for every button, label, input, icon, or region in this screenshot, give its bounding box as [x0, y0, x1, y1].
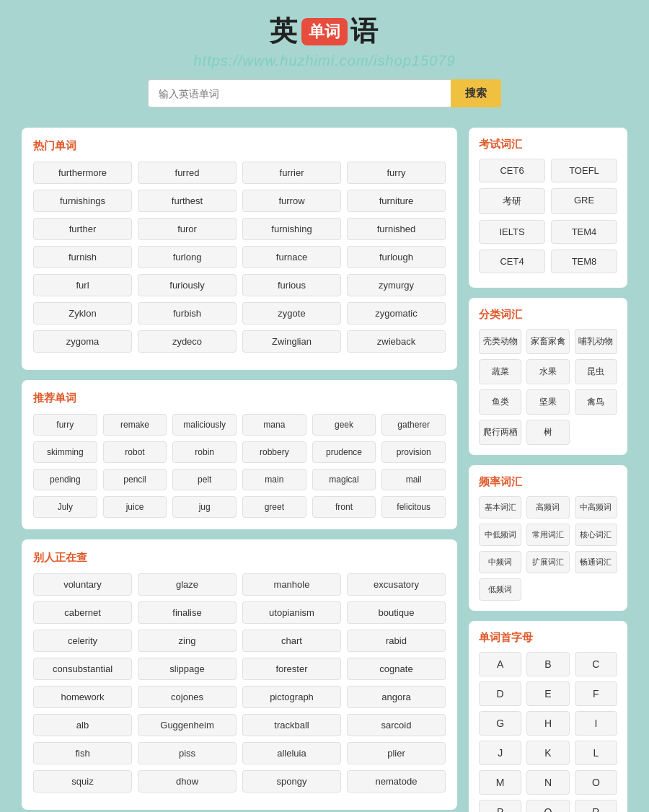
- alphabet-letter[interactable]: Q: [526, 800, 569, 812]
- hot-word-item[interactable]: furlong: [138, 246, 237, 268]
- rec-word-item[interactable]: maliciously: [172, 414, 237, 436]
- freq-vocab-item[interactable]: 高频词: [526, 496, 569, 518]
- hot-word-item[interactable]: zymurgy: [347, 274, 446, 296]
- others-word-item[interactable]: manhole: [242, 573, 341, 596]
- hot-word-item[interactable]: furnishing: [242, 218, 341, 240]
- others-word-item[interactable]: sarcoid: [347, 714, 446, 736]
- hot-word-item[interactable]: furl: [33, 274, 132, 296]
- rec-word-item[interactable]: prudence: [312, 441, 376, 463]
- hot-word-item[interactable]: furnished: [347, 218, 446, 240]
- category-vocab-item[interactable]: 水果: [526, 359, 569, 384]
- rec-word-item[interactable]: robbery: [242, 441, 306, 463]
- rec-word-item[interactable]: front: [312, 496, 376, 518]
- others-word-item[interactable]: consubstantial: [33, 658, 132, 680]
- others-word-item[interactable]: zing: [138, 630, 237, 652]
- alphabet-letter[interactable]: C: [575, 652, 617, 676]
- rec-word-item[interactable]: mail: [381, 469, 446, 490]
- alphabet-letter[interactable]: J: [479, 741, 521, 765]
- others-word-item[interactable]: squiz: [33, 770, 132, 793]
- freq-vocab-item[interactable]: 中低频词: [479, 524, 521, 546]
- rec-word-item[interactable]: greet: [242, 496, 306, 518]
- exam-vocab-item[interactable]: TOEFL: [551, 159, 617, 182]
- hot-word-item[interactable]: Zyklon: [33, 302, 132, 325]
- others-word-item[interactable]: boutique: [347, 601, 446, 624]
- hot-word-item[interactable]: furred: [138, 162, 237, 184]
- rec-word-item[interactable]: pencil: [103, 469, 167, 490]
- category-vocab-item[interactable]: 鱼类: [479, 389, 521, 415]
- alphabet-letter[interactable]: A: [479, 652, 521, 676]
- others-word-item[interactable]: celerity: [33, 630, 132, 652]
- hot-word-item[interactable]: furor: [138, 218, 237, 240]
- alphabet-letter[interactable]: H: [526, 711, 569, 736]
- hot-word-item[interactable]: furthermore: [33, 162, 132, 184]
- category-vocab-item[interactable]: 哺乳动物: [575, 329, 617, 354]
- category-vocab-item[interactable]: 坚果: [526, 389, 569, 415]
- hot-word-item[interactable]: furniture: [347, 190, 446, 212]
- others-word-item[interactable]: cognate: [347, 658, 446, 680]
- others-word-item[interactable]: plier: [347, 742, 446, 764]
- search-input[interactable]: [148, 79, 451, 107]
- hot-word-item[interactable]: furthest: [138, 190, 237, 212]
- freq-vocab-item[interactable]: 基本词汇: [479, 496, 521, 518]
- others-word-item[interactable]: chart: [242, 630, 341, 652]
- rec-word-item[interactable]: skimming: [33, 441, 97, 463]
- freq-vocab-item[interactable]: 畅通词汇: [575, 551, 617, 573]
- alphabet-letter[interactable]: N: [526, 770, 569, 795]
- rec-word-item[interactable]: pending: [33, 469, 97, 490]
- category-vocab-item[interactable]: 爬行两栖: [479, 420, 521, 445]
- hot-word-item[interactable]: furnace: [242, 246, 341, 268]
- rec-word-item[interactable]: furry: [33, 414, 97, 436]
- hot-word-item[interactable]: furbish: [138, 302, 237, 325]
- hot-word-item[interactable]: zwieback: [347, 330, 446, 353]
- hot-word-item[interactable]: furry: [347, 162, 446, 184]
- others-word-item[interactable]: alb: [33, 714, 132, 736]
- rec-word-item[interactable]: geek: [312, 414, 376, 436]
- others-word-item[interactable]: homework: [33, 686, 132, 708]
- alphabet-letter[interactable]: B: [526, 652, 569, 676]
- hot-word-item[interactable]: furlough: [347, 246, 446, 268]
- exam-vocab-item[interactable]: IELTS: [479, 220, 545, 244]
- category-vocab-item[interactable]: 壳类动物: [479, 329, 521, 354]
- hot-word-item[interactable]: furnishings: [33, 190, 132, 212]
- rec-word-item[interactable]: July: [33, 496, 97, 518]
- rec-word-item[interactable]: remake: [103, 414, 167, 436]
- alphabet-letter[interactable]: I: [575, 711, 617, 736]
- alphabet-letter[interactable]: G: [479, 711, 521, 736]
- others-word-item[interactable]: angora: [347, 686, 446, 708]
- others-word-item[interactable]: glaze: [138, 573, 237, 596]
- freq-vocab-item[interactable]: 核心词汇: [575, 524, 617, 546]
- rec-word-item[interactable]: juice: [103, 496, 167, 518]
- search-button[interactable]: 搜索: [451, 79, 501, 107]
- others-word-item[interactable]: nematode: [347, 770, 446, 793]
- hot-word-item[interactable]: furrow: [242, 190, 341, 212]
- rec-word-item[interactable]: gatherer: [381, 414, 446, 436]
- others-word-item[interactable]: excusatory: [347, 573, 446, 596]
- others-word-item[interactable]: dhow: [138, 770, 237, 793]
- alphabet-letter[interactable]: R: [575, 800, 617, 812]
- exam-vocab-item[interactable]: GRE: [551, 188, 617, 214]
- category-vocab-item[interactable]: 禽鸟: [575, 389, 617, 415]
- hot-word-item[interactable]: furiously: [138, 274, 237, 296]
- others-word-item[interactable]: rabid: [347, 630, 446, 652]
- rec-word-item[interactable]: pelt: [172, 469, 237, 490]
- freq-vocab-item[interactable]: 中频词: [479, 551, 521, 573]
- hot-word-item[interactable]: further: [33, 218, 132, 240]
- category-vocab-item[interactable]: 树: [526, 420, 569, 445]
- others-word-item[interactable]: fish: [33, 742, 132, 764]
- others-word-item[interactable]: cojones: [138, 686, 237, 708]
- alphabet-letter[interactable]: M: [479, 770, 521, 795]
- freq-vocab-item[interactable]: 低频词: [479, 578, 521, 601]
- rec-word-item[interactable]: mana: [242, 414, 306, 436]
- others-word-item[interactable]: piss: [138, 742, 237, 764]
- hot-word-item[interactable]: zydeco: [138, 330, 237, 353]
- others-word-item[interactable]: trackball: [242, 714, 341, 736]
- alphabet-letter[interactable]: O: [575, 770, 617, 795]
- alphabet-letter[interactable]: F: [575, 681, 617, 706]
- rec-word-item[interactable]: jug: [172, 496, 237, 518]
- rec-word-item[interactable]: felicitous: [381, 496, 446, 518]
- hot-word-item[interactable]: zygote: [242, 302, 341, 325]
- others-word-item[interactable]: alleluia: [242, 742, 341, 764]
- others-word-item[interactable]: utopianism: [242, 601, 341, 624]
- others-word-item[interactable]: slippage: [138, 658, 237, 680]
- alphabet-letter[interactable]: K: [526, 741, 569, 765]
